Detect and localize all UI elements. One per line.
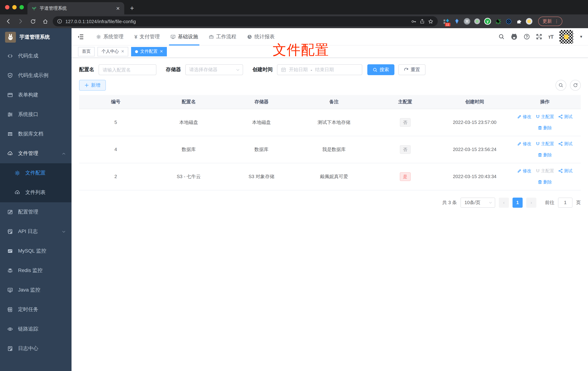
hide-search-button[interactable]	[556, 80, 566, 91]
sidebar-collapse-icon[interactable]	[77, 33, 84, 40]
forward-icon[interactable]	[16, 18, 25, 24]
goto-page-input[interactable]	[558, 197, 572, 208]
sidebar-item-system-api[interactable]: 系统接口	[0, 105, 72, 124]
share-icon[interactable]	[420, 19, 425, 24]
edit-link[interactable]: 修改	[517, 141, 531, 147]
profile-emoji-icon[interactable]	[526, 18, 532, 25]
bookmark-star-icon[interactable]	[428, 19, 433, 24]
master-link[interactable]: 主配置	[536, 114, 554, 120]
test-link[interactable]: 测试	[558, 168, 572, 174]
close-icon[interactable]: ✕	[160, 49, 163, 54]
topnav-payment-management[interactable]: ¥ 支付管理	[133, 28, 161, 45]
tab-close-icon[interactable]: ✕	[116, 6, 120, 11]
extension-star-icon[interactable]	[494, 18, 502, 25]
table-row: 4 数据库 数据库 我是数据库 否 2022-03-15 23:56:24 修改	[79, 136, 581, 163]
current-page[interactable]: 1	[513, 197, 523, 208]
help-icon[interactable]	[524, 34, 530, 40]
search-button[interactable]: 搜索	[367, 64, 394, 75]
extension-y-icon[interactable]: y	[484, 18, 491, 25]
back-icon[interactable]	[4, 18, 13, 24]
sidebar-item-code-demo[interactable]: 代码生成示例	[0, 66, 72, 85]
chrome-update-button[interactable]: 更新 ⋮	[538, 17, 562, 26]
zoom-window-button[interactable]	[20, 5, 24, 9]
avatar-dropdown-caret-icon[interactable]: ▼	[579, 35, 583, 39]
sidebar-item-api-log[interactable]: API 日志	[0, 222, 72, 241]
storage-select[interactable]: 请选择存储器	[185, 64, 243, 75]
sidebar-item-tracing[interactable]: 链路追踪	[0, 319, 72, 339]
search-icon[interactable]	[498, 34, 504, 40]
url-bar[interactable]: 127.0.0.1:1024/infra/file/file-config	[53, 16, 438, 26]
master-link[interactable]: 主配置	[536, 141, 554, 147]
config-name-input[interactable]	[99, 64, 156, 75]
extension-blue-diamond-icon[interactable]: 11	[443, 18, 450, 25]
edit-link[interactable]: 修改	[517, 168, 531, 174]
date-end-placeholder[interactable]: 结束日期	[315, 66, 334, 73]
sidebar-item-file-management[interactable]: 文件管理	[0, 144, 72, 163]
test-link[interactable]: 测试	[558, 114, 572, 120]
topnav-workflow[interactable]: 工作流程	[208, 28, 238, 45]
total-count: 共 3 条	[442, 199, 457, 206]
prev-page-button[interactable]: ‹	[499, 197, 509, 208]
gear-icon	[96, 34, 101, 39]
sidebar-item-file-list[interactable]: 文件列表	[0, 183, 72, 202]
reload-icon[interactable]	[28, 19, 38, 24]
kebab-menu-icon[interactable]: ⋮	[554, 19, 559, 24]
extension-gray-dot-icon[interactable]	[473, 18, 481, 25]
site-info-icon[interactable]	[57, 19, 62, 24]
minimize-window-button[interactable]	[12, 5, 17, 9]
extension-eye-icon[interactable]	[505, 18, 512, 25]
sidebar-item-cron-job[interactable]: 定时任务	[0, 300, 72, 319]
refresh-table-button[interactable]	[570, 80, 581, 91]
sidebar-item-java-monitor[interactable]: Java 监控	[0, 280, 72, 300]
sidebar-item-code-gen[interactable]: 代码生成	[0, 46, 72, 66]
edit-square-icon	[7, 209, 13, 215]
tab-profile[interactable]: 个人中心 ✕	[97, 47, 128, 56]
extension-command-icon[interactable]: ⌘	[464, 18, 470, 25]
github-icon[interactable]	[511, 33, 517, 40]
sidebar-item-mysql-monitor[interactable]: MySQL 监控	[0, 241, 72, 261]
extensions-area: 11 ⌘ y	[443, 18, 532, 25]
browser-toolbar: 127.0.0.1:1024/infra/file/file-config 11…	[0, 14, 588, 28]
delete-link[interactable]: 删除	[538, 152, 552, 158]
trash-icon	[538, 180, 542, 184]
delete-link[interactable]: 删除	[538, 179, 552, 185]
topnav-infrastructure[interactable]: 基础设施	[169, 28, 200, 45]
chevron-down-icon	[236, 68, 240, 72]
home-icon[interactable]	[41, 19, 50, 24]
search-icon	[373, 67, 378, 72]
url-text[interactable]: 127.0.0.1:1024/infra/file/file-config	[65, 19, 408, 24]
password-key-icon[interactable]	[411, 19, 416, 24]
add-button[interactable]: 新增	[79, 80, 106, 91]
sidebar-item-redis-monitor[interactable]: Redis 监控	[0, 261, 72, 280]
tab-file-config[interactable]: 文件配置 ✕	[131, 47, 167, 56]
sidebar-item-db-doc[interactable]: 数据库文档	[0, 124, 72, 144]
close-icon[interactable]: ✕	[121, 49, 124, 54]
sidebar-item-form-builder[interactable]: 表单构建	[0, 85, 72, 105]
date-range-picker[interactable]: 开始日期 - 结束日期	[277, 64, 362, 75]
reset-button[interactable]: 重置	[398, 64, 425, 75]
next-page-button[interactable]: ›	[526, 197, 536, 208]
sidebar-item-log-center[interactable]: 日志中心	[0, 339, 72, 358]
chevron-down-icon	[489, 201, 492, 204]
date-start-placeholder[interactable]: 开始日期	[289, 66, 308, 73]
page-size-select[interactable]: 10条/页	[461, 197, 495, 208]
fullscreen-icon[interactable]	[536, 34, 542, 40]
extension-puzzle-icon[interactable]	[515, 18, 523, 25]
new-tab-button[interactable]: +	[130, 5, 134, 11]
sidebar-logo[interactable]: 芋道管理系统	[0, 28, 72, 46]
sidebar-item-file-config[interactable]: 文件配置	[0, 163, 72, 183]
extension-kite-icon[interactable]	[453, 18, 461, 25]
topnav-statistics[interactable]: 统计报表	[246, 28, 276, 45]
page-unit-label: 页	[576, 199, 581, 206]
edit-link[interactable]: 修改	[517, 114, 531, 120]
topnav-system-management[interactable]: 系统管理	[95, 28, 125, 45]
close-window-button[interactable]	[5, 5, 9, 9]
sidebar-item-config-management[interactable]: 配置管理	[0, 202, 72, 222]
browser-tab[interactable]: 芋道管理系统 ✕	[27, 2, 124, 14]
trash-icon	[538, 126, 542, 130]
avatar[interactable]	[559, 30, 573, 43]
font-size-icon[interactable]: тT	[548, 34, 553, 40]
tab-home[interactable]: 首页	[78, 47, 95, 56]
delete-link[interactable]: 删除	[538, 125, 552, 131]
test-link[interactable]: 测试	[558, 141, 572, 147]
